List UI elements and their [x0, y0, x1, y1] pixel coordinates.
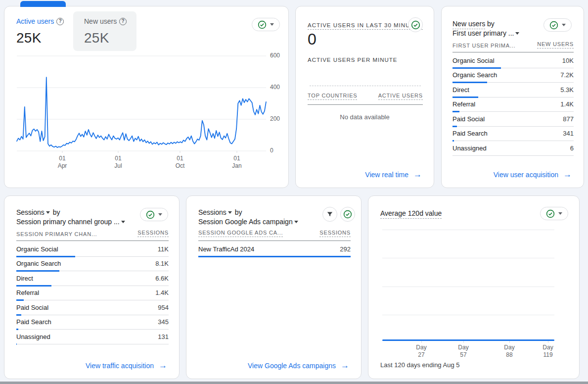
dimension-selector[interactable]: Session Google Ads campaign [198, 218, 299, 226]
arrow-right-icon: → [341, 361, 349, 371]
dimension-selector[interactable]: First user primary ... [452, 29, 520, 37]
data-quality-button[interactable] [408, 17, 423, 32]
row-value: 345 [158, 318, 169, 326]
sessions-channel-card: Sessions by Session primary channel grou… [4, 195, 180, 379]
table-row[interactable]: New TrafficAd 2024292 [198, 242, 351, 257]
users-overview-card: Active users ? 25K New users ? 25K 60040… [4, 6, 289, 188]
table-row[interactable]: Organic Search8.1K [16, 257, 169, 272]
row-label: Referral [16, 289, 39, 296]
chevron-down-icon [121, 221, 125, 223]
gridline [382, 287, 554, 287]
chevron-down-icon [558, 212, 562, 215]
funnel-icon [326, 210, 334, 218]
data-quality-button[interactable] [340, 207, 355, 222]
metric-column-header[interactable]: SESSIONS [137, 230, 169, 237]
axis-tick-mark [509, 341, 510, 343]
dimension-column-header[interactable]: FIRST USER PRIMA... [452, 43, 515, 48]
bottom-scroll-strip[interactable] [0, 382, 588, 384]
chart-caption: Last 120 days ending Aug 5 [380, 361, 459, 369]
data-quality-button[interactable] [140, 208, 168, 221]
sessions-channel-table: Organic Social11KOrganic Search8.1KDirec… [16, 242, 169, 344]
table-row[interactable]: Direct6.6K [16, 271, 169, 286]
data-quality-button[interactable] [540, 207, 568, 220]
active-tab-indicator [20, 1, 66, 7]
line-chart-canvas [4, 6, 289, 189]
row-value: 6.6K [155, 275, 169, 282]
row-label: New TrafficAd 2024 [198, 245, 254, 253]
y-axis-tick: 0 [270, 147, 273, 154]
x-axis-tick: Day57 [458, 344, 468, 359]
chevron-down-icon [515, 32, 519, 35]
x-axis-tick: 01Oct [176, 155, 185, 170]
flat-zero-line [382, 339, 554, 341]
dimension-column-header[interactable]: SESSION GOOGLE ADS CA... [198, 230, 283, 237]
table-row[interactable]: Unassigned131 [16, 330, 169, 344]
filter-button[interactable] [322, 207, 337, 222]
gridline [382, 315, 554, 315]
x-axis-tick: Day27 [416, 344, 426, 359]
active-users-header[interactable]: ACTIVE USERS [378, 93, 423, 100]
dimension-selector[interactable]: Session primary channel group ... [16, 218, 126, 226]
table-row[interactable]: Paid Social877 [452, 112, 574, 127]
axis-tick-mark [463, 341, 464, 343]
gridline [382, 230, 554, 230]
row-value: 7.2K [560, 71, 574, 79]
view-traffic-acquisition-link[interactable]: View traffic acquisition→ [86, 361, 167, 371]
x-axis-tick: Day119 [543, 344, 553, 359]
metric-selector[interactable]: New users [452, 20, 485, 29]
average-120d-title[interactable]: Average 120d value [380, 209, 442, 219]
sessions-ads-table: New TrafficAd 2024292 [198, 242, 351, 257]
view-user-acquisition-link[interactable]: View user acquisition→ [494, 170, 572, 180]
metric-selector[interactable]: Sessions [16, 208, 51, 216]
active-users-30min-value: 0 [308, 30, 317, 48]
view-real-time-link[interactable]: View real time→ [365, 170, 422, 180]
y-axis-tick: 200 [270, 115, 280, 122]
data-quality-check-icon [549, 21, 558, 30]
x-axis-tick: Day88 [504, 344, 514, 359]
row-value: 1.4K [155, 289, 169, 296]
table-row[interactable]: Paid Social954 [16, 300, 169, 315]
gridline [382, 258, 554, 258]
y-axis-tick: 400 [270, 84, 280, 91]
data-quality-check-icon [411, 20, 420, 30]
table-row[interactable]: Referral1.4K [452, 97, 574, 112]
chevron-down-icon [46, 211, 50, 214]
x-axis-tick: 01Apr [58, 155, 67, 170]
sessions-ads-card: Sessions by Session Google Ads campaign … [186, 195, 362, 379]
table-row[interactable]: Organic Social11K [16, 242, 169, 257]
row-label: Organic Search [452, 71, 497, 79]
dimension-column-header[interactable]: SESSION PRIMARY CHAN... [16, 231, 97, 237]
view-google-ads-campaigns-link[interactable]: View Google Ads campaigns→ [248, 361, 349, 371]
title-by: by [487, 20, 495, 28]
x-axis-tick: 01Jan [232, 155, 241, 170]
row-value: 292 [340, 245, 351, 253]
chevron-down-icon [562, 24, 566, 26]
metric-column-header[interactable]: SESSIONS [319, 230, 351, 237]
row-label: Direct [452, 86, 469, 94]
metric-selector[interactable]: Sessions [198, 208, 233, 216]
new-users-card: New users by First user primary ... FIRS… [441, 6, 584, 188]
table-row[interactable]: Unassigned6 [452, 141, 574, 156]
chevron-down-icon [294, 221, 298, 223]
table-row[interactable]: Direct5.3K [452, 83, 574, 97]
y-axis-tick: 600 [270, 52, 280, 59]
table-row[interactable]: Paid Search345 [16, 315, 169, 330]
table-row[interactable]: Organic Social10K [452, 53, 574, 68]
row-value: 131 [158, 333, 169, 340]
table-row[interactable]: Referral1.4K [16, 286, 169, 301]
row-value: 341 [563, 130, 574, 137]
top-countries-header[interactable]: TOP COUNTRIES [308, 93, 357, 100]
table-row[interactable]: Paid Search341 [452, 127, 574, 142]
row-label: Paid Search [452, 130, 488, 137]
row-value: 8.1K [155, 260, 169, 267]
row-value: 877 [563, 115, 574, 123]
row-label: Direct [16, 275, 33, 282]
value-bar [198, 256, 351, 257]
row-value: 6 [570, 144, 574, 152]
row-label: Unassigned [16, 333, 50, 340]
metric-column-header[interactable]: NEW USERS [537, 41, 574, 48]
data-quality-button[interactable] [543, 18, 572, 32]
header-rule [308, 104, 423, 105]
table-row[interactable]: Organic Search7.2K [452, 68, 574, 83]
row-label: Organic Social [452, 57, 495, 64]
